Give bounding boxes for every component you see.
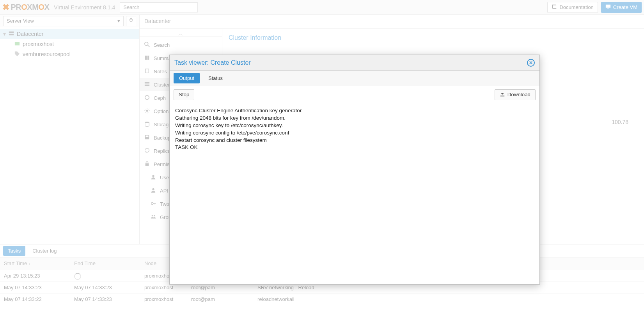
close-icon[interactable]: ✕ — [527, 59, 535, 67]
svg-rect-4 — [145, 69, 149, 73]
dialog-tabs: Output Status — [170, 71, 539, 86]
cell-desc: reloadnetworkall — [254, 294, 644, 305]
svg-point-3 — [145, 42, 148, 45]
tab-status[interactable]: Status — [203, 73, 228, 83]
cell-end — [70, 270, 140, 281]
tab-tasks[interactable]: Tasks — [3, 246, 25, 256]
cell-end: May 07 14:33:23 — [70, 294, 140, 305]
panel-title: Cluster Information — [222, 29, 644, 47]
output-line: Writing corosync config to /etc/pve/coro… — [175, 129, 534, 137]
sort-down-icon: ↓ — [28, 262, 30, 266]
tree-node-label: proxmoxhost — [23, 41, 54, 47]
tag-icon — [14, 51, 20, 58]
tree-node-pool[interactable]: vemburesourcepool — [0, 49, 139, 59]
col-end-time[interactable]: End Time — [70, 258, 140, 270]
dialog-title: Task viewer: Create Cluster — [174, 59, 251, 66]
tab-output[interactable]: Output — [174, 73, 200, 83]
book-icon — [144, 55, 150, 62]
tree-node-host[interactable]: proxmoxhost — [0, 39, 139, 49]
resource-tree-sidebar: Server View ▾ ▾ Datacenter proxmoxhost v… — [0, 15, 140, 244]
svg-rect-1 — [9, 34, 14, 35]
book-icon — [552, 4, 557, 11]
svg-point-13 — [152, 175, 154, 177]
resource-tree: ▾ Datacenter proxmoxhost vemburesourcepo… — [0, 27, 139, 244]
key-icon — [151, 201, 156, 207]
proxmox-logo: ✖ PROXMOX — [2, 2, 49, 12]
create-vm-button[interactable]: Create VM — [601, 2, 642, 13]
view-selector-label: Server View — [7, 18, 34, 24]
dialog-toolbar: Stop Download — [170, 86, 539, 103]
output-line: Corosync Cluster Engine Authentication k… — [175, 107, 534, 115]
node-icon — [14, 41, 20, 48]
svg-point-14 — [152, 188, 154, 190]
cell-start: May 07 14:33:22 — [0, 294, 70, 305]
svg-point-16 — [152, 215, 153, 216]
refresh-icon — [144, 148, 150, 154]
col-start-time[interactable]: Start Time↓ — [0, 258, 70, 270]
config-menu-label: Options — [154, 108, 171, 114]
ceph-icon — [144, 95, 150, 101]
sidebar-settings-button[interactable] — [126, 16, 136, 26]
cell-end: May 07 14:33:23 — [70, 282, 140, 293]
output-line: Gathering 2048 bits for key from /dev/ur… — [175, 115, 534, 122]
db-icon — [144, 121, 150, 128]
chevron-down-icon: ▾ — [3, 31, 6, 37]
config-menu-label: Backup — [154, 135, 170, 141]
stop-button[interactable]: Stop — [174, 89, 194, 100]
ip-fragment: 100.78 — [612, 119, 628, 125]
cell-start: Apr 29 13:15:23 — [0, 270, 70, 281]
collapse-handle[interactable]: ︿ — [140, 30, 222, 37]
config-menu-label: Cluster — [154, 82, 170, 88]
global-search-input[interactable] — [120, 2, 198, 12]
task-viewer-dialog: Task viewer: Create Cluster ✕ Output Sta… — [169, 55, 540, 285]
tree-node-datacenter[interactable]: ▾ Datacenter — [0, 29, 139, 39]
gear-icon — [128, 18, 134, 24]
config-menu-label: Storage — [154, 122, 172, 127]
top-header: ✖ PROXMOX Virtual Environment 8.1.4 Docu… — [0, 0, 644, 15]
tree-node-label: Datacenter — [17, 31, 43, 37]
monitor-icon — [605, 4, 611, 11]
view-selector[interactable]: Server View ▾ — [3, 16, 124, 26]
cell-user: root@pam — [187, 294, 254, 305]
create-vm-label: Create VM — [613, 4, 637, 10]
cell-node: proxmoxhost — [140, 294, 187, 305]
cell-start: May 07 14:33:23 — [0, 282, 70, 293]
task-row[interactable]: May 07 14:33:22May 07 14:33:23proxmoxhos… — [0, 294, 644, 305]
tab-cluster-log[interactable]: Cluster log — [28, 246, 61, 256]
logo-text: PROXMOX — [11, 3, 50, 12]
documentation-label: Documentation — [559, 4, 593, 10]
svg-rect-12 — [145, 163, 149, 166]
logo-x-icon: ✖ — [2, 2, 9, 12]
svg-rect-2 — [15, 42, 20, 45]
output-line: TASK OK — [175, 144, 534, 151]
svg-point-7 — [145, 95, 149, 99]
lock-icon — [144, 161, 150, 168]
svg-rect-11 — [146, 135, 149, 137]
download-icon — [500, 91, 505, 98]
search-icon — [144, 42, 150, 48]
tree-node-label: vemburesourcepool — [23, 51, 71, 57]
download-button[interactable]: Download — [495, 89, 536, 100]
config-menu-label: Ceph — [154, 95, 166, 101]
task-output: Corosync Cluster Engine Authentication k… — [170, 103, 539, 284]
svg-point-15 — [151, 202, 153, 204]
svg-point-17 — [154, 215, 155, 216]
server-icon — [144, 81, 150, 88]
save-icon — [144, 134, 150, 141]
config-menu-label: Notes — [154, 69, 167, 74]
svg-rect-0 — [9, 31, 14, 33]
documentation-button[interactable]: Documentation — [547, 2, 598, 13]
config-menu-item-search[interactable]: Search — [140, 38, 222, 51]
file-icon — [144, 68, 150, 75]
download-label: Download — [507, 92, 530, 97]
gear-icon — [144, 108, 150, 115]
svg-point-9 — [145, 121, 149, 123]
user-icon — [151, 188, 156, 194]
output-line: Restart corosync and cluster filesystem — [175, 137, 534, 144]
server-icon — [8, 31, 14, 37]
product-title: Virtual Environment 8.1.4 — [54, 4, 115, 11]
sidebar-header: Server View ▾ — [0, 15, 139, 27]
chevron-down-icon: ▾ — [117, 18, 120, 24]
config-menu-label: Search — [154, 42, 170, 48]
dialog-header[interactable]: Task viewer: Create Cluster ✕ — [170, 55, 539, 71]
